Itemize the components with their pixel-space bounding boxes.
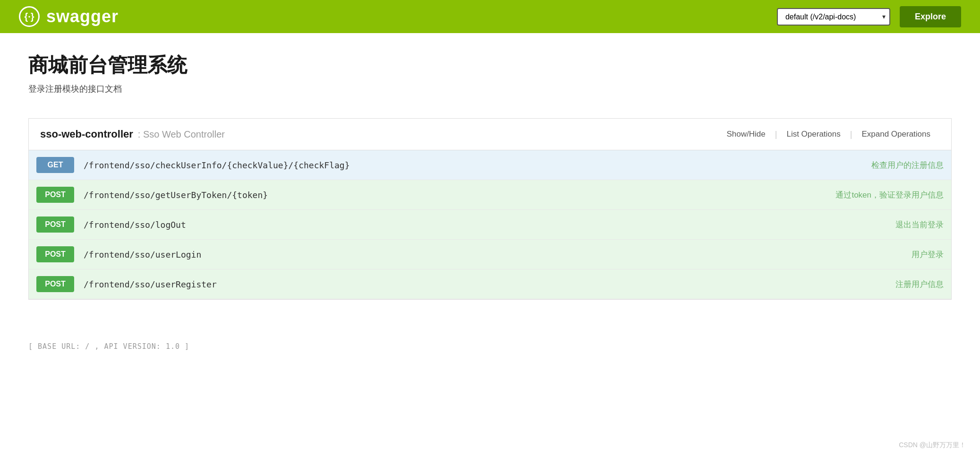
swagger-logo-icon: {·} [19,6,40,27]
method-badge-post: POST [36,217,74,233]
endpoint-description: 退出当前登录 [895,219,944,230]
controller-description: : Sso Web Controller [138,129,225,140]
explore-button[interactable]: Explore [900,6,961,27]
main-content: 商城前台管理系统 登录注册模块的接口文档 sso-web-controller … [0,33,980,328]
endpoint-path: /frontend/sso/userLogin [84,250,902,260]
list-operations-link[interactable]: List Operations [777,130,850,139]
endpoint-row[interactable]: GET/frontend/sso/checkUserInfo/{checkVal… [29,150,951,180]
controller-actions: Show/Hide | List Operations | Expand Ope… [717,130,940,139]
method-badge-post: POST [36,276,74,292]
api-url-select-wrapper[interactable]: default (/v2/api-docs) [777,8,890,26]
expand-operations-link[interactable]: Expand Operations [852,130,940,139]
endpoint-description: 用户登录 [912,249,944,260]
swagger-title: swagger [46,7,119,26]
endpoint-row[interactable]: POST/frontend/sso/userLogin用户登录 [29,240,951,269]
method-badge-get: GET [36,157,74,173]
api-url-select[interactable]: default (/v2/api-docs) [777,8,890,26]
footer-text: [ BASE URL: / , API VERSION: 1.0 ] [28,342,189,351]
endpoint-row[interactable]: POST/frontend/sso/logOut退出当前登录 [29,210,951,240]
endpoints-list: GET/frontend/sso/checkUserInfo/{checkVal… [29,150,951,299]
method-badge-post: POST [36,187,74,203]
app-subtitle: 登录注册模块的接口文档 [28,83,952,95]
endpoint-path: /frontend/sso/checkUserInfo/{checkValue}… [84,160,862,170]
controller-name: sso-web-controller [40,128,133,140]
show-hide-link[interactable]: Show/Hide [717,130,775,139]
header-right: default (/v2/api-docs) Explore [777,6,961,27]
controller-name-group: sso-web-controller : Sso Web Controller [40,128,225,140]
header: {·} swagger default (/v2/api-docs) Explo… [0,0,980,33]
endpoint-row[interactable]: POST/frontend/sso/userRegister注册用户信息 [29,269,951,299]
header-left: {·} swagger [19,6,119,27]
endpoint-path: /frontend/sso/getUserByToken/{token} [84,190,826,200]
endpoint-description: 通过token，验证登录用户信息 [835,190,944,200]
method-badge-post: POST [36,246,74,262]
controller-header: sso-web-controller : Sso Web Controller … [29,119,951,150]
endpoint-row[interactable]: POST/frontend/sso/getUserByToken/{token}… [29,180,951,210]
watermark: CSDN @山野万万里！ [899,441,966,450]
footer: [ BASE URL: / , API VERSION: 1.0 ] [0,328,980,365]
endpoint-description: 注册用户信息 [895,279,944,290]
endpoint-path: /frontend/sso/logOut [84,220,886,230]
controller-section: sso-web-controller : Sso Web Controller … [28,118,952,300]
endpoint-path: /frontend/sso/userRegister [84,279,886,289]
app-title: 商城前台管理系统 [28,52,952,78]
endpoint-description: 检查用户的注册信息 [871,160,944,171]
